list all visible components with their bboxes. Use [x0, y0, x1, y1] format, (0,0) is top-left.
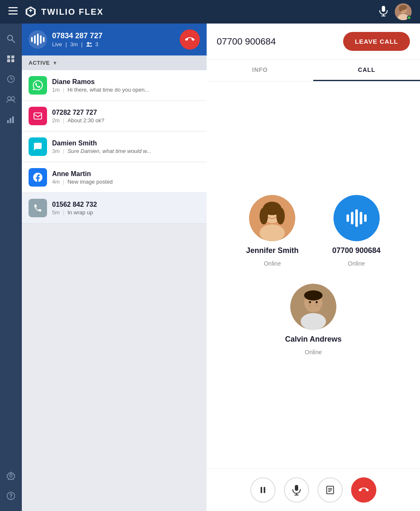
svg-point-27: [87, 42, 89, 45]
svg-point-46: [307, 306, 320, 312]
main-layout: 07834 287 727 Live | 3m | 3 ACTIVE ▼: [0, 24, 420, 511]
svg-rect-47: [261, 487, 262, 493]
svg-rect-14: [7, 55, 10, 58]
jennifer-status: Online: [264, 260, 281, 267]
wave-name: 07700 900684: [332, 246, 381, 255]
task-item-1[interactable]: Diane Ramos 1m | Hi there, what time do …: [22, 70, 207, 101]
sidebar-item-settings[interactable]: [3, 467, 19, 484]
active-call-number: 07834 287 727: [52, 32, 175, 40]
task-name-2: 07282 727 727: [52, 109, 200, 116]
call-panel: 07700 900684 LEAVE CALL INFO CALL: [207, 24, 420, 511]
svg-point-20: [11, 97, 15, 100]
svg-rect-49: [295, 485, 298, 491]
sms-icon: [29, 107, 47, 125]
call-duration: 3m: [70, 41, 78, 47]
task-content-4: Anne Martin 4m | New image posted: [52, 170, 200, 185]
call-participants: 3: [95, 41, 98, 47]
active-call-card[interactable]: 07834 287 727 Live | 3m | 3: [22, 24, 207, 55]
active-call-meta: Live | 3m | 3: [52, 41, 175, 47]
hamburger-menu-icon[interactable]: [8, 7, 18, 17]
call-separator1: |: [66, 41, 67, 47]
svg-point-44: [309, 301, 311, 303]
svg-point-43: [301, 313, 326, 330]
svg-rect-21: [7, 120, 9, 123]
call-status: Live: [52, 41, 62, 47]
svg-point-45: [316, 301, 318, 303]
sidebar-item-insights[interactable]: [3, 71, 19, 87]
task-meta-1: 1m | Hi there, what time do you open...: [52, 87, 200, 93]
task-item-5[interactable]: 01562 842 732 5m | In wrap up: [22, 193, 207, 224]
sidebar-item-analytics[interactable]: [3, 111, 19, 128]
facebook-icon: [29, 168, 47, 187]
tab-info[interactable]: INFO: [207, 60, 313, 81]
sidebar-item-tasks[interactable]: [3, 50, 19, 67]
task-item-4[interactable]: Anne Martin 4m | New image posted: [22, 162, 207, 193]
svg-rect-29: [34, 113, 42, 119]
notes-button[interactable]: [318, 477, 343, 503]
calvin-status: Online: [305, 349, 322, 356]
tasks-filter-dropdown[interactable]: ▼: [52, 60, 58, 66]
task-name-3: Damien Smith: [52, 140, 200, 147]
wave-avatar: [333, 195, 380, 241]
task-name-4: Anne Martin: [52, 170, 200, 178]
svg-point-12: [8, 35, 13, 40]
user-avatar-container[interactable]: [395, 3, 412, 20]
sidebar-item-help[interactable]: [3, 487, 19, 504]
task-meta-5: 5m | In wrap up: [52, 209, 200, 216]
svg-point-39: [249, 195, 295, 241]
svg-rect-48: [264, 487, 265, 493]
svg-rect-2: [8, 13, 18, 15]
task-meta-3: 3m | Sure Damien, what time would w...: [52, 148, 200, 154]
svg-rect-22: [10, 118, 11, 123]
calvin-name: Calvin Andrews: [285, 335, 341, 344]
task-name-1: Diane Ramos: [52, 78, 200, 86]
svg-point-28: [90, 42, 92, 44]
wave-status: Online: [348, 260, 365, 267]
phone-icon: [29, 199, 47, 217]
tasks-panel: 07834 287 727 Live | 3m | 3 ACTIVE ▼: [22, 24, 207, 511]
svg-point-26: [10, 498, 11, 498]
svg-rect-23: [12, 116, 14, 123]
svg-rect-16: [11, 55, 14, 58]
participant-jennifer: Jennifer Smith Online: [246, 195, 299, 267]
microphone-icon[interactable]: [379, 5, 388, 18]
call-header: 07700 900684 LEAVE CALL: [207, 24, 420, 60]
active-call-info: 07834 287 727 Live | 3m | 3: [52, 32, 175, 47]
sidebar-item-search[interactable]: [3, 30, 19, 47]
tasks-header-label: ACTIVE: [29, 60, 50, 66]
svg-point-42: [304, 290, 323, 300]
task-item-3[interactable]: Damien Smith 3m | Sure Damien, what time…: [22, 132, 207, 162]
task-name-5: 01562 842 732: [52, 201, 200, 208]
end-active-call-button[interactable]: [180, 29, 200, 50]
jennifer-avatar: [249, 195, 295, 241]
tasks-list-header: ACTIVE ▼: [22, 55, 207, 70]
call-separator2: |: [81, 41, 82, 47]
participants-row-top: Jennifer Smith Online 07700 9: [246, 195, 381, 267]
participants-icon: [86, 42, 92, 47]
tab-call[interactable]: CALL: [313, 60, 420, 81]
task-item-2[interactable]: 07282 727 727 2m | About 2:30 ok?: [22, 101, 207, 132]
phone-end-icon: [185, 35, 194, 44]
svg-point-19: [8, 97, 11, 100]
calvin-avatar: [290, 284, 336, 330]
leave-call-button[interactable]: LEAVE CALL: [343, 32, 410, 51]
task-content-5: 01562 842 732 5m | In wrap up: [52, 201, 200, 216]
participants-area: Jennifer Smith Online 07700 9: [207, 82, 420, 469]
app-logo: TWILIO FLEX: [24, 5, 104, 18]
sidebar-item-teams[interactable]: [3, 91, 19, 108]
sound-wave-icon: [29, 30, 47, 49]
mute-button[interactable]: [284, 477, 309, 503]
participant-wave: 07700 900684 Online: [332, 195, 381, 267]
online-indicator: [407, 16, 411, 20]
task-meta-4: 4m | New image posted: [52, 179, 200, 185]
task-meta-2: 2m | About 2:30 ok?: [52, 117, 200, 124]
svg-line-13: [12, 40, 15, 42]
chat-icon: [29, 137, 47, 156]
hangup-button[interactable]: [351, 477, 376, 503]
jennifer-name: Jennifer Smith: [246, 246, 299, 255]
pause-button[interactable]: [250, 477, 276, 503]
whatsapp-icon: [29, 76, 47, 95]
call-controls: [207, 469, 420, 511]
svg-point-24: [10, 474, 12, 477]
call-number: 07700 900684: [217, 36, 276, 47]
